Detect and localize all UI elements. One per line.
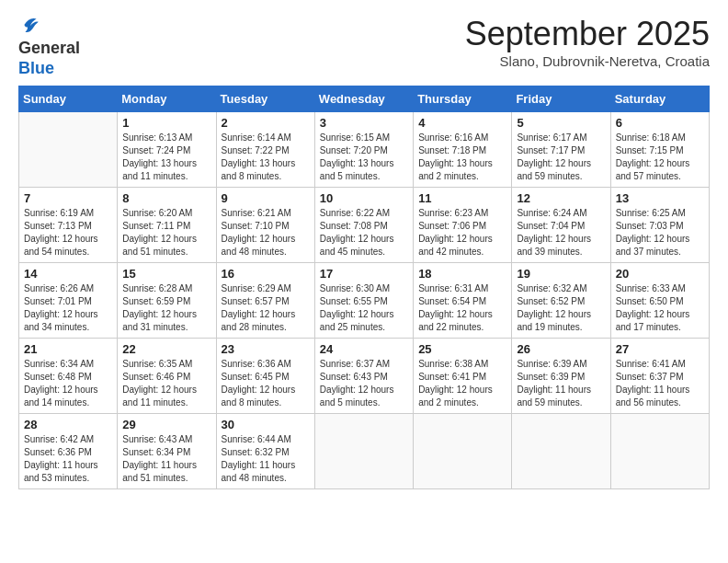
calendar-cell (414, 414, 512, 489)
day-info: Sunrise: 6:21 AM Sunset: 7:10 PM Dayligh… (222, 207, 310, 259)
day-number: 27 (616, 342, 704, 356)
day-info: Sunrise: 6:13 AM Sunset: 7:24 PM Dayligh… (122, 132, 210, 183)
day-number: 23 (222, 342, 310, 356)
day-number: 20 (616, 267, 704, 281)
day-info: Sunrise: 6:19 AM Sunset: 7:13 PM Dayligh… (24, 207, 112, 259)
calendar-cell (610, 414, 709, 489)
logo: General Blue (18, 15, 80, 78)
calendar-cell: 25Sunrise: 6:38 AM Sunset: 6:41 PM Dayli… (414, 339, 512, 414)
calendar-cell: 6Sunrise: 6:18 AM Sunset: 7:15 PM Daylig… (610, 112, 709, 188)
day-number: 6 (616, 116, 704, 130)
day-info: Sunrise: 6:26 AM Sunset: 7:01 PM Dayligh… (24, 282, 112, 334)
calendar-cell: 11Sunrise: 6:23 AM Sunset: 7:06 PM Dayli… (414, 188, 512, 263)
calendar-cell (314, 414, 413, 489)
calendar-cell: 24Sunrise: 6:37 AM Sunset: 6:43 PM Dayli… (314, 339, 413, 414)
day-info: Sunrise: 6:43 AM Sunset: 6:34 PM Dayligh… (122, 433, 210, 485)
calendar-cell: 1Sunrise: 6:13 AM Sunset: 7:24 PM Daylig… (118, 112, 216, 188)
calendar-cell: 4Sunrise: 6:16 AM Sunset: 7:18 PM Daylig… (414, 112, 512, 188)
day-number: 19 (517, 267, 605, 281)
weekday-header-row: SundayMondayTuesdayWednesdayThursdayFrid… (19, 86, 710, 112)
day-number: 25 (418, 342, 506, 356)
calendar-cell: 13Sunrise: 6:25 AM Sunset: 7:03 PM Dayli… (610, 188, 709, 263)
calendar-cell (512, 414, 610, 489)
day-info: Sunrise: 6:38 AM Sunset: 6:41 PM Dayligh… (418, 358, 506, 409)
weekday-header-sunday: Sunday (19, 86, 118, 112)
day-number: 8 (122, 191, 210, 205)
calendar-table: SundayMondayTuesdayWednesdayThursdayFrid… (18, 86, 710, 489)
calendar-cell: 19Sunrise: 6:32 AM Sunset: 6:52 PM Dayli… (512, 263, 610, 339)
calendar-cell: 27Sunrise: 6:41 AM Sunset: 6:37 PM Dayli… (610, 339, 709, 414)
day-info: Sunrise: 6:37 AM Sunset: 6:43 PM Dayligh… (320, 358, 408, 409)
day-number: 10 (320, 191, 408, 205)
month-title: September 2025 (465, 15, 710, 53)
day-number: 28 (24, 418, 112, 431)
day-number: 9 (222, 191, 310, 205)
calendar-cell: 10Sunrise: 6:22 AM Sunset: 7:08 PM Dayli… (314, 188, 413, 263)
day-number: 26 (517, 342, 605, 356)
day-number: 14 (24, 267, 112, 281)
day-info: Sunrise: 6:15 AM Sunset: 7:20 PM Dayligh… (320, 132, 408, 183)
day-info: Sunrise: 6:23 AM Sunset: 7:06 PM Dayligh… (418, 207, 506, 259)
logo-text: General Blue (18, 39, 80, 78)
day-info: Sunrise: 6:22 AM Sunset: 7:08 PM Dayligh… (320, 207, 408, 259)
day-number: 1 (122, 116, 210, 130)
day-info: Sunrise: 6:34 AM Sunset: 6:48 PM Dayligh… (24, 358, 112, 409)
day-info: Sunrise: 6:14 AM Sunset: 7:22 PM Dayligh… (222, 132, 310, 183)
week-row-5: 28Sunrise: 6:42 AM Sunset: 6:36 PM Dayli… (19, 414, 710, 489)
calendar-cell: 9Sunrise: 6:21 AM Sunset: 7:10 PM Daylig… (216, 188, 314, 263)
day-info: Sunrise: 6:39 AM Sunset: 6:39 PM Dayligh… (517, 358, 605, 409)
day-info: Sunrise: 6:36 AM Sunset: 6:45 PM Dayligh… (222, 358, 310, 409)
calendar-cell: 18Sunrise: 6:31 AM Sunset: 6:54 PM Dayli… (414, 263, 512, 339)
calendar-cell: 3Sunrise: 6:15 AM Sunset: 7:20 PM Daylig… (314, 112, 413, 188)
day-info: Sunrise: 6:24 AM Sunset: 7:04 PM Dayligh… (517, 207, 605, 259)
calendar-cell: 14Sunrise: 6:26 AM Sunset: 7:01 PM Dayli… (19, 263, 118, 339)
calendar-cell: 7Sunrise: 6:19 AM Sunset: 7:13 PM Daylig… (19, 188, 118, 263)
day-info: Sunrise: 6:20 AM Sunset: 7:11 PM Dayligh… (122, 207, 210, 259)
calendar-cell: 5Sunrise: 6:17 AM Sunset: 7:17 PM Daylig… (512, 112, 610, 188)
calendar-cell: 15Sunrise: 6:28 AM Sunset: 6:59 PM Dayli… (118, 263, 216, 339)
day-info: Sunrise: 6:32 AM Sunset: 6:52 PM Dayligh… (517, 282, 605, 334)
page-header: General Blue September 2025 Slano, Dubro… (18, 15, 710, 78)
day-number: 21 (24, 342, 112, 356)
day-number: 22 (122, 342, 210, 356)
calendar-cell: 29Sunrise: 6:43 AM Sunset: 6:34 PM Dayli… (118, 414, 216, 489)
day-info: Sunrise: 6:42 AM Sunset: 6:36 PM Dayligh… (24, 433, 112, 485)
day-info: Sunrise: 6:31 AM Sunset: 6:54 PM Dayligh… (418, 282, 506, 334)
calendar-cell: 16Sunrise: 6:29 AM Sunset: 6:57 PM Dayli… (216, 263, 314, 339)
day-number: 5 (517, 116, 605, 130)
calendar-cell: 12Sunrise: 6:24 AM Sunset: 7:04 PM Dayli… (512, 188, 610, 263)
title-block: September 2025 Slano, Dubrovnik-Neretva,… (465, 15, 710, 69)
weekday-header-thursday: Thursday (414, 86, 512, 112)
calendar-cell (19, 112, 118, 188)
calendar-cell: 2Sunrise: 6:14 AM Sunset: 7:22 PM Daylig… (216, 112, 314, 188)
day-number: 24 (320, 342, 408, 356)
calendar-cell: 26Sunrise: 6:39 AM Sunset: 6:39 PM Dayli… (512, 339, 610, 414)
day-info: Sunrise: 6:29 AM Sunset: 6:57 PM Dayligh… (222, 282, 310, 334)
calendar-cell: 21Sunrise: 6:34 AM Sunset: 6:48 PM Dayli… (19, 339, 118, 414)
weekday-header-saturday: Saturday (610, 86, 709, 112)
day-number: 11 (418, 191, 506, 205)
day-info: Sunrise: 6:28 AM Sunset: 6:59 PM Dayligh… (122, 282, 210, 334)
location: Slano, Dubrovnik-Neretva, Croatia (465, 53, 710, 69)
day-number: 30 (222, 418, 310, 431)
day-info: Sunrise: 6:16 AM Sunset: 7:18 PM Dayligh… (418, 132, 506, 183)
logo-bird-icon (20, 15, 40, 35)
day-number: 3 (320, 116, 408, 130)
day-number: 2 (222, 116, 310, 130)
week-row-3: 14Sunrise: 6:26 AM Sunset: 7:01 PM Dayli… (19, 263, 710, 339)
weekday-header-friday: Friday (512, 86, 610, 112)
calendar-cell: 23Sunrise: 6:36 AM Sunset: 6:45 PM Dayli… (216, 339, 314, 414)
week-row-4: 21Sunrise: 6:34 AM Sunset: 6:48 PM Dayli… (19, 339, 710, 414)
day-info: Sunrise: 6:18 AM Sunset: 7:15 PM Dayligh… (616, 132, 704, 183)
calendar-cell: 8Sunrise: 6:20 AM Sunset: 7:11 PM Daylig… (118, 188, 216, 263)
day-info: Sunrise: 6:25 AM Sunset: 7:03 PM Dayligh… (616, 207, 704, 259)
calendar-cell: 22Sunrise: 6:35 AM Sunset: 6:46 PM Dayli… (118, 339, 216, 414)
day-number: 13 (616, 191, 704, 205)
week-row-1: 1Sunrise: 6:13 AM Sunset: 7:24 PM Daylig… (19, 112, 710, 188)
day-number: 15 (122, 267, 210, 281)
day-info: Sunrise: 6:41 AM Sunset: 6:37 PM Dayligh… (616, 358, 704, 409)
calendar-cell: 28Sunrise: 6:42 AM Sunset: 6:36 PM Dayli… (19, 414, 118, 489)
day-info: Sunrise: 6:33 AM Sunset: 6:50 PM Dayligh… (616, 282, 704, 334)
calendar-cell: 20Sunrise: 6:33 AM Sunset: 6:50 PM Dayli… (610, 263, 709, 339)
day-number: 12 (517, 191, 605, 205)
